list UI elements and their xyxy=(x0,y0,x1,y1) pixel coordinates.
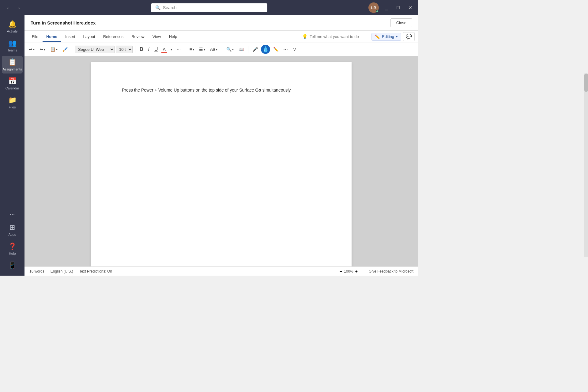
files-icon: 📁 xyxy=(8,96,17,104)
sidebar-item-assignments-label: Assignments xyxy=(3,67,22,71)
toolbar-separator-3 xyxy=(185,46,185,53)
sidebar-item-apps-label: Apps xyxy=(8,233,16,236)
doc-text-bold: Go xyxy=(255,88,261,92)
ink-button[interactable]: 💧 xyxy=(261,45,270,54)
sidebar-item-activity-label: Activity xyxy=(7,29,18,33)
help-icon: ❓ xyxy=(8,243,17,251)
word-count: 16 words xyxy=(29,269,44,273)
feedback-link[interactable]: Give Feedback to Microsoft xyxy=(369,269,413,273)
sidebar-more-button[interactable]: ··· xyxy=(7,208,17,220)
bold-button[interactable]: B xyxy=(138,45,145,53)
tab-layout[interactable]: Layout xyxy=(80,32,99,42)
more-options-button[interactable]: ··· xyxy=(281,45,290,54)
avatar-status-badge xyxy=(376,10,379,13)
sidebar-item-calendar-label: Calendar xyxy=(6,86,19,90)
sidebar-item-files[interactable]: 📁 Files xyxy=(2,94,23,111)
undo-button[interactable]: ↩ ▾ xyxy=(27,46,36,53)
sidebar-item-files-label: Files xyxy=(9,105,16,109)
sidebar-item-calendar[interactable]: 📅 Calendar xyxy=(2,75,23,92)
comment-button[interactable]: 💬 xyxy=(403,32,415,41)
font-color-indicator xyxy=(161,52,167,53)
editing-label: Editing xyxy=(382,34,394,39)
teams-icon: 👥 xyxy=(8,39,17,47)
lightbulb-icon: 💡 xyxy=(302,34,308,40)
window-close-button[interactable]: ✕ xyxy=(406,4,415,12)
font-color-button[interactable]: A xyxy=(161,46,168,53)
doc-title: Turn in Screenshot Here.docx xyxy=(31,20,96,25)
draw-button[interactable]: ✏️ xyxy=(271,46,280,53)
tab-file[interactable]: File xyxy=(28,32,42,42)
activity-icon: 🔔 xyxy=(8,20,17,28)
font-color-chevron[interactable]: ▾ xyxy=(169,47,174,52)
search-input[interactable] xyxy=(163,5,263,10)
tell-me-input[interactable] xyxy=(310,34,371,39)
sidebar-item-device[interactable]: 📱 xyxy=(2,259,23,272)
toolbar-separator-1 xyxy=(72,46,72,53)
more-text-options-button[interactable]: ··· xyxy=(175,46,183,53)
alignment-button[interactable]: ☰ ▾ xyxy=(197,46,207,53)
tell-me-area: 💡 xyxy=(302,34,371,40)
smart-lookup-button[interactable]: 📖 xyxy=(237,46,246,53)
format-painter-button[interactable]: 🖌️ xyxy=(61,46,70,53)
sidebar-item-help[interactable]: ❓ Help xyxy=(2,240,23,258)
sidebar-item-activity[interactable]: 🔔 Activity xyxy=(2,18,23,36)
sidebar-item-apps[interactable]: ⊞ Apps xyxy=(2,221,23,239)
paste-button[interactable]: 📋 ▾ xyxy=(48,46,59,53)
close-doc-button[interactable]: Close xyxy=(390,18,412,27)
bullets-button[interactable]: ≡ ▾ xyxy=(188,46,196,53)
forward-button[interactable]: › xyxy=(15,3,23,12)
avatar[interactable]: LB xyxy=(368,2,379,13)
back-button[interactable]: ‹ xyxy=(4,3,12,12)
sidebar-item-teams[interactable]: 👥 Teams xyxy=(2,37,23,55)
toolbar: ↩ ▾ ↪ ▾ 📋 ▾ 🖌️ Segoe UI Web 10.5 B I U A xyxy=(24,43,418,56)
doc-text-after: simultaneously. xyxy=(261,88,292,92)
expand-ribbon-button[interactable]: ∨ xyxy=(291,45,298,54)
toolbar-separator-5 xyxy=(248,46,248,53)
zoom-out-button[interactable]: − xyxy=(340,269,342,274)
doc-paragraph: Press the Power + Volume Up buttons on t… xyxy=(122,87,321,93)
tab-help[interactable]: Help xyxy=(165,32,181,42)
zoom-area: − 100% + xyxy=(340,269,358,274)
toolbar-separator-2 xyxy=(135,46,135,53)
sidebar-item-assignments[interactable]: 📋 Assignments xyxy=(2,56,23,74)
doc-area: Press the Power + Volume Up buttons on t… xyxy=(24,56,418,266)
underline-button[interactable]: U xyxy=(153,45,160,53)
doc-titlebar: Turn in Screenshot Here.docx Close xyxy=(24,15,418,31)
pencil-icon: ✏️ xyxy=(375,34,380,39)
language-indicator: English (U.S.) xyxy=(51,269,73,273)
app-area: Turn in Screenshot Here.docx Close File … xyxy=(24,15,418,276)
editing-mode-button[interactable]: ✏️ Editing ▾ xyxy=(371,33,401,41)
title-bar-right: LB ⎯ □ ✕ xyxy=(368,2,415,13)
find-button[interactable]: 🔍 ▾ xyxy=(224,46,236,53)
ribbon: File Home Insert Layout References Revie… xyxy=(24,31,418,56)
window-nav: ‹ › xyxy=(4,3,23,12)
doc-text-before: Press the Power + Volume Up buttons on t… xyxy=(122,88,255,92)
tab-references[interactable]: References xyxy=(100,32,127,42)
sidebar-item-teams-label: Teams xyxy=(7,48,17,52)
calendar-icon: 📅 xyxy=(8,77,17,85)
tab-view[interactable]: View xyxy=(149,32,165,42)
tab-review[interactable]: Review xyxy=(128,32,148,42)
tab-home[interactable]: Home xyxy=(43,32,61,42)
tab-insert[interactable]: Insert xyxy=(62,32,79,42)
title-bar: ‹ › 🔍 LB ⎯ □ ✕ xyxy=(0,0,418,15)
status-bar: 16 words English (U.S.) Text Predictions… xyxy=(24,266,418,276)
apps-icon: ⊞ xyxy=(9,224,15,232)
zoom-level: 100% xyxy=(344,269,353,273)
dictate-button[interactable]: 🎤 xyxy=(251,46,260,53)
search-bar[interactable]: 🔍 xyxy=(151,3,267,12)
zoom-in-button[interactable]: + xyxy=(355,269,358,274)
main-layout: 🔔 Activity 👥 Teams 📋 Assignments 📅 Calen… xyxy=(0,15,418,276)
font-name-select[interactable]: Segoe UI Web xyxy=(75,46,115,53)
styles-button[interactable]: Aa ▾ xyxy=(208,46,219,53)
minimize-button[interactable]: ⎯ xyxy=(383,4,390,12)
chevron-down-icon: ▾ xyxy=(396,35,398,39)
maximize-button[interactable]: □ xyxy=(394,4,402,12)
font-size-select[interactable]: 10.5 xyxy=(116,46,133,53)
redo-button[interactable]: ↪ ▾ xyxy=(38,46,47,53)
search-icon: 🔍 xyxy=(155,5,160,10)
device-icon: 📱 xyxy=(8,262,17,270)
italic-button[interactable]: I xyxy=(146,45,151,53)
sidebar: 🔔 Activity 👥 Teams 📋 Assignments 📅 Calen… xyxy=(0,15,24,276)
text-predictions: Text Predictions: On xyxy=(79,269,112,273)
